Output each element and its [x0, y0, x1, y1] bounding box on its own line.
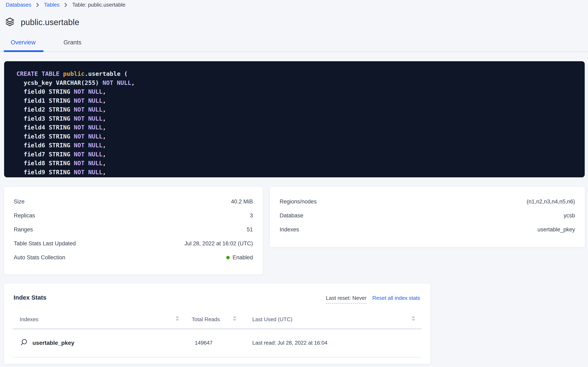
sort-arrows-icon — [233, 316, 236, 321]
sql-line: CREATE TABLE public.usertable ( — [17, 69, 577, 78]
breadcrumb-current: Table: public.usertable — [72, 2, 125, 8]
tab-bar-divider — [0, 51, 588, 52]
breadcrumb-link-databases[interactable]: Databases — [6, 2, 31, 8]
detail-label: Size — [14, 199, 25, 205]
breadcrumb: Databases Tables Table: public.usertable — [6, 2, 125, 8]
sql-token: , — [102, 88, 106, 95]
sql-token: NOT NULL — [74, 151, 102, 158]
sql-line: field3 STRING NOT NULL, — [17, 114, 577, 123]
sql-line: field8 STRING NOT NULL, — [17, 159, 577, 168]
sql-line: field4 STRING NOT NULL, — [17, 123, 577, 132]
status-enabled-dot — [226, 256, 230, 259]
sql-token: NOT NULL — [74, 97, 102, 104]
sql-token: , — [102, 124, 106, 131]
detail-value: (n1,n2,n3,n4,n5,n6) — [527, 199, 575, 205]
index-stats-card: Index Stats Last reset: Never Reset all … — [4, 283, 431, 364]
sort-arrows-icon — [412, 316, 415, 321]
tab-grants[interactable]: Grants — [64, 39, 81, 46]
detail-label: Table Stats Last Updated — [14, 241, 76, 247]
sql-line: field2 STRING NOT NULL, — [17, 105, 577, 114]
sql-token: field0 STRING — [17, 88, 74, 95]
sql-token: NOT NULL — [74, 169, 102, 176]
breadcrumb-link-tables[interactable]: Tables — [44, 2, 59, 8]
index-name: usertable_pkey — [33, 340, 74, 346]
tab-overview[interactable]: Overview — [11, 39, 35, 46]
sql-token: .usertable ( — [85, 70, 128, 77]
sql-token: , — [102, 142, 106, 149]
index-row-name[interactable]: usertable_pkey — [20, 338, 74, 348]
page-header: public.usertable — [5, 17, 79, 27]
reset-all-index-stats-link[interactable]: Reset all index stats — [372, 295, 420, 301]
detail-row: Databaseycsb — [280, 209, 575, 223]
detail-value-text: Enabled — [232, 254, 253, 261]
chevron-right-icon — [36, 3, 39, 7]
layers-table-icon — [5, 17, 15, 27]
sql-token: field4 STRING — [17, 124, 74, 131]
magnifier-icon — [20, 338, 28, 348]
column-header-indexes[interactable]: Indexes — [20, 316, 38, 323]
sql-line: field9 STRING NOT NULL, — [17, 168, 577, 177]
sql-line: field1 STRING NOT NULL, — [17, 96, 577, 105]
column-header-total-reads[interactable]: Total Reads — [192, 316, 220, 323]
sql-token: NOT NULL — [74, 115, 102, 122]
table-details-card: Size40.2 MiBReplicas3Ranges51Table Stats… — [4, 187, 263, 275]
column-header-last-used[interactable]: Last Used (UTC) — [252, 316, 292, 323]
sql-token: field1 STRING — [17, 97, 74, 104]
sql-token: , — [131, 79, 135, 86]
detail-value: Enabled — [226, 254, 253, 261]
sort-arrows-icon — [176, 316, 179, 321]
sql-token: field3 STRING — [17, 115, 74, 122]
sql-token: field7 STRING — [17, 151, 74, 158]
detail-label: Auto Stats Collection — [14, 254, 65, 261]
index-last-used: Last read: Jul 28, 2022 at 16:04 — [252, 340, 327, 346]
detail-value-text: 51 — [247, 226, 253, 233]
sql-line: ycsb_key VARCHAR(255) NOT NULL, — [17, 78, 577, 88]
active-tab-underline — [4, 50, 43, 52]
detail-value-text: Jul 28, 2022 at 16:02 (UTC) — [184, 241, 253, 247]
detail-value-text: 3 — [250, 212, 253, 219]
detail-row: Regions/nodes(n1,n2,n3,n4,n5,n6) — [280, 195, 575, 209]
detail-value-text: (n1,n2,n3,n4,n5,n6) — [527, 199, 575, 205]
sql-token: , — [102, 106, 106, 113]
sql-token: , — [102, 160, 106, 167]
index-stats-title: Index Stats — [14, 294, 46, 301]
sql-token: , — [102, 97, 106, 104]
sql-token: NOT NULL — [74, 124, 102, 131]
detail-value-text: 40.2 MiB — [231, 199, 253, 205]
table-meta-card: Regions/nodes(n1,n2,n3,n4,n5,n6)Database… — [270, 187, 585, 247]
sql-token: public — [63, 70, 85, 77]
detail-row: Auto Stats CollectionEnabled — [14, 250, 253, 265]
detail-value: ycsb — [563, 212, 575, 219]
detail-label: Indexes — [280, 226, 299, 233]
sql-line: field0 STRING NOT NULL, — [17, 87, 577, 96]
sql-token: , — [102, 151, 106, 158]
sql-token: NOT NULL — [102, 79, 131, 86]
create-table-sql-block: CREATE TABLE public.usertable ( ycsb_key… — [4, 61, 585, 177]
sql-line: field7 STRING NOT NULL, — [17, 150, 577, 159]
table-header-rule — [13, 329, 422, 329]
table-row-rule — [13, 357, 422, 358]
sql-token: , — [102, 115, 106, 122]
sql-token: CREATE TABLE — [17, 70, 63, 77]
sql-token: , — [102, 169, 106, 176]
detail-value: 51 — [247, 226, 253, 233]
detail-row: Indexesusertable_pkey — [280, 223, 575, 236]
index-total-reads: 149647 — [195, 340, 213, 346]
index-stats-table-header: Indexes Total Reads Last Used (UTC) — [4, 314, 431, 324]
detail-row: Table Stats Last UpdatedJul 28, 2022 at … — [14, 236, 253, 250]
sql-token: NOT NULL — [74, 142, 102, 149]
sql-token: field5 STRING — [17, 133, 74, 140]
detail-row: Size40.2 MiB — [14, 195, 253, 209]
detail-value-text: ycsb — [563, 212, 575, 219]
sql-token: field2 STRING — [17, 106, 74, 113]
detail-row: Ranges51 — [14, 223, 253, 236]
detail-value: Jul 28, 2022 at 16:02 (UTC) — [184, 241, 253, 247]
sql-token: field9 STRING — [17, 169, 74, 176]
sql-line: field6 STRING NOT NULL, — [17, 141, 577, 150]
chevron-right-icon — [64, 3, 67, 7]
detail-row: Replicas3 — [14, 209, 253, 223]
detail-value-text: usertable_pkey — [538, 226, 575, 233]
sql-token: NOT NULL — [74, 133, 102, 140]
last-reset-label: Last reset: Never — [326, 295, 366, 303]
sql-token: NOT NULL — [74, 88, 102, 95]
